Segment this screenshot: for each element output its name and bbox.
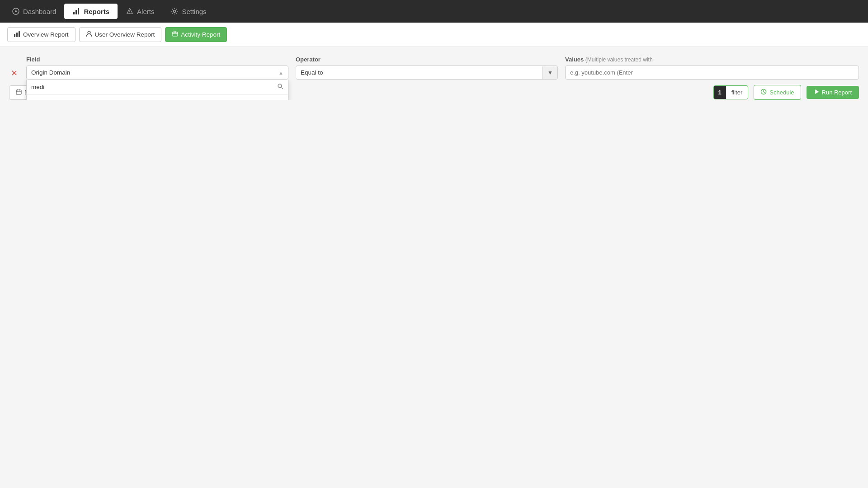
nav-item-settings[interactable]: Settings bbox=[162, 4, 214, 19]
values-container bbox=[565, 66, 859, 80]
svg-rect-9 bbox=[16, 33, 18, 37]
svg-rect-10 bbox=[19, 31, 20, 37]
nav-item-settings-label: Settings bbox=[182, 8, 206, 15]
svg-point-1 bbox=[15, 10, 17, 12]
svg-rect-21 bbox=[19, 89, 20, 90]
reports-icon bbox=[72, 7, 80, 15]
dropdown-search-wrapper bbox=[27, 80, 288, 95]
dropdown-list: Media URL Media ID Media Title Media Cat… bbox=[27, 95, 288, 100]
run-report-button[interactable]: Run Report bbox=[807, 86, 859, 99]
calendar-icon bbox=[16, 89, 22, 96]
field-selector[interactable]: Origin Domain ▲ bbox=[26, 66, 288, 80]
main-content: Field Operator Values (Multiple values t… bbox=[0, 47, 868, 100]
run-report-label: Run Report bbox=[822, 89, 852, 96]
bar-chart-icon bbox=[14, 31, 20, 38]
svg-rect-12 bbox=[172, 32, 178, 36]
subnav-overview-report[interactable]: Overview Report bbox=[7, 27, 75, 42]
filter-count-badge: 1 bbox=[714, 86, 726, 99]
operator-container: Equal to Not equal to Contains Does not … bbox=[296, 66, 558, 80]
field-container: Origin Domain ▲ bbox=[26, 66, 288, 80]
svg-rect-20 bbox=[18, 89, 19, 90]
dropdown-search-input[interactable] bbox=[27, 80, 273, 94]
subnav-activity-report-label: Activity Report bbox=[181, 31, 220, 38]
svg-rect-3 bbox=[75, 10, 77, 14]
top-nav: Dashboard Reports Alerts bbox=[0, 0, 868, 23]
remove-filter-icon[interactable]: ✕ bbox=[11, 68, 18, 78]
schedule-label: Schedule bbox=[769, 89, 794, 96]
clock-icon bbox=[760, 89, 767, 96]
alerts-icon bbox=[126, 7, 134, 15]
nav-item-alerts-label: Alerts bbox=[137, 8, 154, 15]
subnav-user-overview-report[interactable]: User Overview Report bbox=[79, 27, 162, 42]
nav-item-reports[interactable]: Reports bbox=[64, 4, 118, 19]
sub-nav: Overview Report User Overview Report Act… bbox=[0, 23, 868, 47]
filter-badge-button[interactable]: 1 filter bbox=[713, 85, 749, 99]
svg-line-17 bbox=[282, 88, 283, 89]
nav-item-dashboard-label: Dashboard bbox=[23, 8, 56, 15]
svg-point-11 bbox=[88, 31, 90, 34]
svg-rect-8 bbox=[14, 34, 15, 37]
operator-label: Operator bbox=[296, 56, 558, 63]
selected-field-text: Origin Domain bbox=[31, 69, 70, 76]
filter-text-label: filter bbox=[726, 86, 748, 99]
schedule-button[interactable]: Schedule bbox=[754, 85, 801, 100]
dashboard-icon bbox=[12, 7, 20, 15]
nav-item-dashboard[interactable]: Dashboard bbox=[4, 4, 64, 19]
nav-item-alerts[interactable]: Alerts bbox=[118, 4, 162, 19]
svg-rect-4 bbox=[78, 8, 79, 14]
svg-rect-2 bbox=[73, 12, 75, 14]
search-icon bbox=[273, 80, 288, 94]
values-label: Values (Multiple values treated with bbox=[565, 56, 859, 63]
nav-item-reports-label: Reports bbox=[84, 8, 109, 15]
play-icon bbox=[814, 89, 819, 96]
field-selector-chevron: ▲ bbox=[278, 70, 283, 75]
user-icon bbox=[86, 31, 92, 38]
svg-point-6 bbox=[129, 13, 130, 14]
values-input[interactable] bbox=[565, 66, 859, 80]
field-dropdown: Media URL Media ID Media Title Media Cat… bbox=[26, 80, 288, 100]
svg-point-7 bbox=[174, 10, 176, 13]
svg-rect-18 bbox=[16, 90, 21, 94]
dropdown-item-media-url[interactable]: Media URL bbox=[27, 95, 288, 100]
operator-arrow-icon: ▼ bbox=[542, 66, 557, 79]
settings-icon bbox=[170, 7, 179, 15]
field-label: Field bbox=[26, 56, 288, 63]
subnav-user-overview-report-label: User Overview Report bbox=[95, 31, 155, 38]
svg-point-16 bbox=[278, 84, 282, 88]
operator-select[interactable]: Equal to Not equal to Contains Does not … bbox=[296, 66, 542, 79]
svg-rect-15 bbox=[175, 31, 176, 33]
operator-select-wrapper: Equal to Not equal to Contains Does not … bbox=[296, 66, 558, 80]
svg-marker-23 bbox=[815, 89, 819, 94]
subnav-activity-report[interactable]: Activity Report bbox=[165, 27, 227, 42]
activity-icon bbox=[172, 31, 178, 38]
subnav-overview-report-label: Overview Report bbox=[23, 31, 69, 38]
svg-rect-14 bbox=[174, 31, 175, 33]
